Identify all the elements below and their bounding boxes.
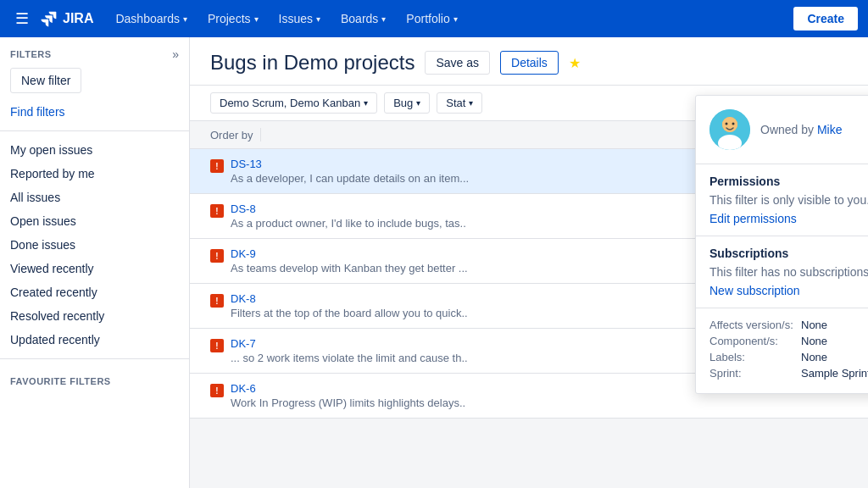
issue-summary: Filters at the top of the board allow yo… <box>231 307 519 319</box>
order-by-label: Order by <box>210 129 253 141</box>
bug-icon: ! <box>210 159 224 173</box>
edit-permissions-link[interactable]: Edit permissions <box>709 212 797 225</box>
subscriptions-text: This filter has no subscriptions. <box>709 265 868 279</box>
sidebar-item-created-recently[interactable]: Created recently <box>0 280 189 304</box>
nav-issues[interactable]: Issues▾ <box>270 7 329 30</box>
permissions-section: Permissions This filter is only visible … <box>696 164 868 236</box>
issue-summary: ... so 2 work items violate the limit an… <box>231 352 519 364</box>
permissions-title: Permissions <box>709 175 868 188</box>
detail-label: Affects version/s: <box>709 319 794 331</box>
jira-logo: JIRA <box>41 10 93 27</box>
save-as-button[interactable]: Save as <box>425 51 490 75</box>
page-title: Bugs in Demo projects <box>210 51 415 75</box>
bug-icon: ! <box>210 294 224 308</box>
detail-label: Component/s: <box>709 335 794 347</box>
bug-icon: ! <box>210 204 224 218</box>
list-item: Sprint: Sample Sprint 2 <box>709 367 868 380</box>
popup-owner-section: Owned by Mike <box>696 96 868 164</box>
details-popup: Owned by Mike Permissions This filter is… <box>695 95 868 394</box>
sidebar-item-reported-by-me[interactable]: Reported by me <box>0 162 189 186</box>
sidebar-item-done-issues[interactable]: Done issues <box>0 233 189 257</box>
detail-value: Sample Sprint 2 <box>801 367 868 380</box>
sidebar-item-my-open-issues[interactable]: My open issues <box>0 138 189 162</box>
bug-icon: ! <box>210 384 224 397</box>
svg-point-4 <box>726 123 728 125</box>
favourite-star-icon[interactable]: ★ <box>569 55 581 71</box>
sidebar-item-open-issues[interactable]: Open issues <box>0 209 189 233</box>
new-filter-button[interactable]: New filter <box>10 68 81 93</box>
sidebar-item-viewed-recently[interactable]: Viewed recently <box>0 257 189 280</box>
hamburger-menu[interactable]: ☰ <box>10 4 34 33</box>
sidebar-item-resolved-recently[interactable]: Resolved recently <box>0 304 189 328</box>
create-button[interactable]: Create <box>793 7 858 30</box>
popup-detail-rows: Affects version/s: None Component/s: Non… <box>696 308 868 393</box>
owner-info: Owned by Mike <box>760 123 843 136</box>
jira-logo-icon <box>41 10 58 27</box>
list-item: Affects version/s: None <box>709 319 868 331</box>
new-subscription-link[interactable]: New subscription <box>709 284 800 297</box>
order-divider <box>260 128 261 141</box>
main-layout: FILTERS » New filter Find filters My ope… <box>0 37 868 488</box>
subscriptions-section: Subscriptions This filter has no subscri… <box>696 236 868 308</box>
sidebar: FILTERS » New filter Find filters My ope… <box>0 37 190 488</box>
avatar-image <box>709 109 750 150</box>
permissions-text: This filter is only visible to you. <box>709 193 868 207</box>
detail-label: Labels: <box>709 351 794 363</box>
sidebar-divider <box>0 130 189 131</box>
detail-label: Sprint: <box>709 367 794 380</box>
subscriptions-title: Subscriptions <box>709 247 868 260</box>
type-filter[interactable]: Bug ▾ <box>384 92 430 114</box>
issue-summary: As teams develop with Kanban they get be… <box>231 262 519 274</box>
status-filter[interactable]: Stat ▾ <box>437 92 482 114</box>
sidebar-item-updated-recently[interactable]: Updated recently <box>0 328 189 352</box>
nav-projects[interactable]: Projects▾ <box>199 7 267 30</box>
list-item: Component/s: None <box>709 335 868 347</box>
svg-point-5 <box>732 123 735 125</box>
owner-name: Mike <box>817 123 843 136</box>
detail-value: None <box>801 335 827 347</box>
top-navigation: ☰ JIRA Dashboards▾ Projects▾ Issues▾ Boa… <box>0 0 868 37</box>
avatar <box>709 109 750 150</box>
sidebar-divider-2 <box>0 358 189 359</box>
issue-summary: Work In Progress (WIP) limits highlights… <box>231 396 519 409</box>
sidebar-item-all-issues[interactable]: All issues <box>0 186 189 209</box>
detail-value: None <box>801 351 827 363</box>
project-filter[interactable]: Demo Scrum, Demo Kanban ▾ <box>210 92 377 114</box>
list-item: Labels: None <box>709 351 868 363</box>
bug-icon: ! <box>210 339 224 352</box>
sidebar-collapse-button[interactable]: » <box>172 47 179 61</box>
fav-filters-title: FAVOURITE FILTERS <box>0 366 189 390</box>
nav-portfolio[interactable]: Portfolio▾ <box>398 7 465 30</box>
bug-icon: ! <box>210 249 224 263</box>
owner-label: Owned by <box>760 123 814 136</box>
find-filters-link[interactable]: Find filters <box>0 100 189 124</box>
issue-summary: As a product owner, I'd like to include … <box>231 217 519 230</box>
sidebar-section-title: FILTERS <box>10 49 52 59</box>
main-content: Bugs in Demo projects Save as Details ★ … <box>190 37 868 488</box>
issue-summary: As a developer, I can update details on … <box>231 172 519 185</box>
details-button[interactable]: Details <box>500 51 559 75</box>
page-header-top: Bugs in Demo projects Save as Details ★ <box>210 51 848 75</box>
page-header: Bugs in Demo projects Save as Details ★ <box>190 37 868 86</box>
nav-dashboards[interactable]: Dashboards▾ <box>107 7 196 30</box>
nav-boards[interactable]: Boards▾ <box>332 7 394 30</box>
detail-value: None <box>801 319 827 331</box>
logo-text: JIRA <box>63 11 93 26</box>
sidebar-header: FILTERS » <box>0 37 189 68</box>
